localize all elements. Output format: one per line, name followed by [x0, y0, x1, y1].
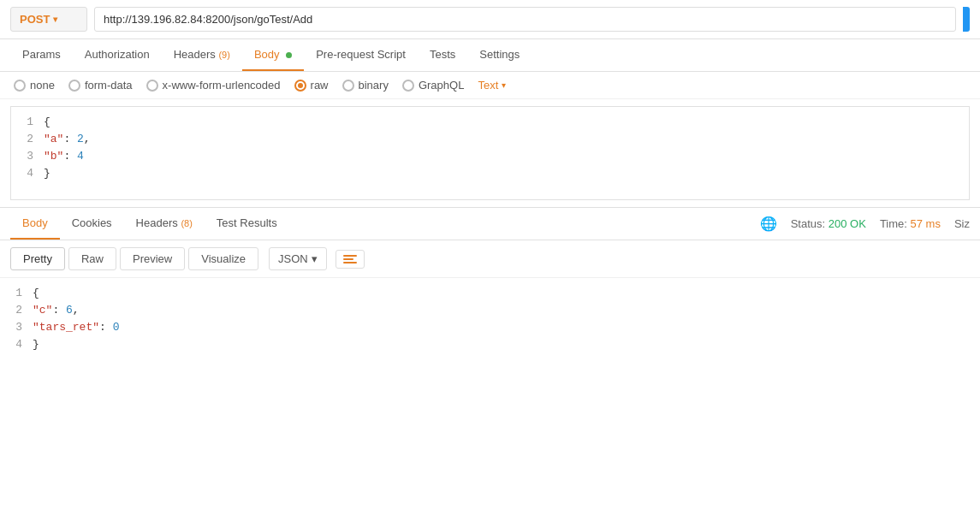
- radio-urlencoded[interactable]: x-www-form-urlencoded: [146, 79, 281, 92]
- resp-tab-test-results[interactable]: Test Results: [205, 208, 289, 240]
- method-label: POST: [20, 13, 50, 26]
- radio-none[interactable]: none: [14, 79, 55, 92]
- size-label: Siz: [954, 217, 970, 230]
- body-dot: [286, 52, 292, 58]
- tab-pre-request[interactable]: Pre-request Script: [304, 39, 418, 71]
- response-code: 1 { 2 "c": 6, 3 "tars_ret": 0 4 }: [0, 278, 980, 515]
- radio-circle-urlencoded: [146, 80, 158, 92]
- resp-tab-body[interactable]: Body: [10, 208, 60, 240]
- radio-circle-none: [14, 80, 26, 92]
- time-label: Time: 57 ms: [880, 217, 941, 230]
- tab-authorization[interactable]: Authorization: [73, 39, 162, 71]
- json-dropdown-arrow: ▾: [312, 252, 318, 265]
- app-container: POST ▾ Params Authorization Headers (9) …: [0, 0, 980, 515]
- tab-tests[interactable]: Tests: [418, 39, 467, 71]
- tab-body[interactable]: Body: [242, 39, 304, 71]
- req-line-4: 4 }: [11, 165, 969, 182]
- resp-line-1: 1 {: [0, 285, 980, 302]
- tab-params[interactable]: Params: [10, 39, 73, 71]
- tab-settings[interactable]: Settings: [467, 39, 532, 71]
- response-status: 🌐 Status: 200 OK Time: 57 ms Siz: [760, 216, 970, 232]
- send-button[interactable]: [963, 7, 970, 32]
- tab-headers[interactable]: Headers (9): [162, 39, 242, 71]
- status-value: 200 OK: [829, 217, 866, 230]
- format-arrow-icon: ▾: [502, 80, 506, 90]
- format-tab-preview[interactable]: Preview: [120, 247, 185, 270]
- resp-line-3: 3 "tars_ret": 0: [0, 319, 980, 336]
- method-dropdown-arrow: ▾: [53, 15, 57, 24]
- radio-circle-binary: [342, 80, 354, 92]
- resp-tab-cookies[interactable]: Cookies: [60, 208, 124, 240]
- req-line-1: 1 {: [11, 114, 969, 131]
- wrap-icon[interactable]: [336, 250, 365, 269]
- req-line-2: 2 "a": 2,: [11, 131, 969, 148]
- radio-binary[interactable]: binary: [342, 79, 389, 92]
- radio-circle-form-data: [68, 80, 80, 92]
- url-bar: POST ▾: [0, 0, 980, 39]
- status-label: Status: 200 OK: [791, 217, 866, 230]
- response-header: Body Cookies Headers (8) Test Results 🌐 …: [0, 208, 980, 240]
- resp-line-4: 4 }: [0, 336, 980, 353]
- format-select[interactable]: Text ▾: [478, 79, 506, 92]
- url-input[interactable]: [94, 7, 956, 32]
- request-tabs: Params Authorization Headers (9) Body Pr…: [0, 39, 980, 72]
- radio-raw[interactable]: raw: [294, 79, 329, 92]
- json-format-select[interactable]: JSON ▾: [269, 247, 327, 270]
- body-options: none form-data x-www-form-urlencoded raw…: [0, 72, 980, 99]
- resp-tab-headers[interactable]: Headers (8): [124, 208, 205, 240]
- globe-icon: 🌐: [760, 216, 777, 232]
- resp-line-2: 2 "c": 6,: [0, 302, 980, 319]
- method-select[interactable]: POST ▾: [10, 7, 87, 32]
- format-tab-pretty[interactable]: Pretty: [10, 247, 65, 270]
- format-tab-visualize[interactable]: Visualize: [188, 247, 258, 270]
- response-tabs: Body Cookies Headers (8) Test Results: [10, 208, 760, 240]
- response-format-bar: Pretty Raw Preview Visualize JSON ▾: [0, 240, 980, 278]
- format-tab-raw[interactable]: Raw: [68, 247, 116, 270]
- request-code-editor[interactable]: 1 { 2 "a": 2, 3 "b": 4 4 }: [10, 106, 970, 200]
- req-line-3: 3 "b": 4: [11, 148, 969, 165]
- radio-graphql[interactable]: GraphQL: [402, 79, 464, 92]
- radio-form-data[interactable]: form-data: [68, 79, 133, 92]
- time-value: 57 ms: [911, 217, 941, 230]
- radio-circle-graphql: [402, 80, 414, 92]
- radio-circle-raw: [294, 80, 306, 92]
